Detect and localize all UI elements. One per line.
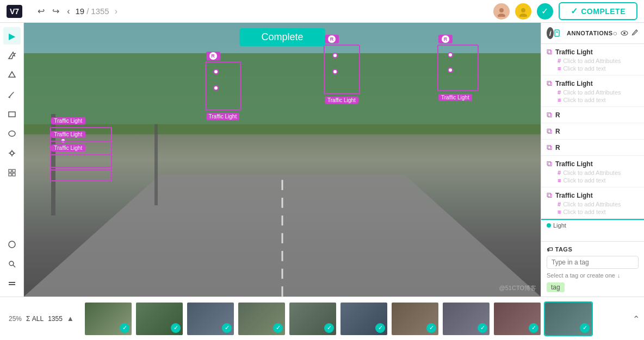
annotations-icon bbox=[554, 28, 564, 38]
ann-icon-r3: ⧉ bbox=[547, 143, 552, 152]
light-dot bbox=[547, 223, 551, 228]
point-tool-button[interactable] bbox=[3, 144, 21, 162]
ann-attrs-3[interactable]: # Click to add Attributes bbox=[547, 169, 639, 176]
ann-text-1[interactable]: ≡ Click to add text bbox=[547, 65, 639, 72]
hash-icon-3: # bbox=[558, 169, 561, 176]
thumbnail-2[interactable]: ✓ bbox=[135, 301, 184, 336]
ann-label-text-1: Traffic Light bbox=[54, 118, 83, 124]
filter-all-button[interactable]: Σ ALL bbox=[26, 315, 44, 323]
ann-add-text-1: Click to add text bbox=[563, 65, 605, 72]
thumbnail-5[interactable]: ✓ bbox=[288, 301, 337, 336]
annotation-item-2[interactable]: ⧉ Traffic Light # Click to add Attribute… bbox=[541, 75, 644, 107]
polygon-tool-button[interactable] bbox=[3, 66, 21, 84]
svg-rect-4 bbox=[9, 112, 15, 117]
thumbnail-3[interactable]: ✓ bbox=[186, 301, 235, 336]
ann-label-text-1b: Traffic Light bbox=[54, 131, 83, 137]
layers-button[interactable] bbox=[3, 275, 21, 292]
tag-icon: 🏷 bbox=[547, 246, 553, 253]
expand-button[interactable]: ▲ bbox=[67, 314, 74, 323]
annotations-header: ANNOTATIONS bbox=[554, 28, 613, 38]
text-icon-4: ≡ bbox=[558, 209, 561, 215]
thumbnails-strip: ✓ ✓ ✓ ✓ ✓ ✓ ✓ ✓ bbox=[82, 301, 640, 336]
light-separator: Light bbox=[541, 219, 644, 231]
ann-icon-r2: ⧉ bbox=[547, 127, 552, 136]
thumb-check-5: ✓ bbox=[324, 323, 334, 333]
eye-button[interactable] bbox=[621, 29, 628, 37]
complete-label: COMPLETE bbox=[581, 7, 626, 16]
ann-name-2: Traffic Light bbox=[555, 80, 593, 87]
thumbnail-10[interactable]: ✓ bbox=[544, 301, 593, 336]
brush-tool-button[interactable] bbox=[3, 86, 21, 103]
canvas-area[interactable]: Complete Traffic Light Traffic Light Tra… bbox=[24, 23, 541, 297]
ann-text-4[interactable]: ≡ Click to add text bbox=[547, 209, 639, 215]
edit-button[interactable] bbox=[631, 29, 639, 37]
redo-button[interactable]: ↪ bbox=[50, 5, 61, 17]
annotation-item-3[interactable]: ⧉ Traffic Light # Click to add Attribute… bbox=[541, 156, 644, 187]
top-bar-right: ✓ ✓ COMPLETE bbox=[493, 2, 637, 20]
filter-label: ALL bbox=[32, 315, 44, 323]
tag-input[interactable] bbox=[547, 256, 639, 269]
annotation-item-4[interactable]: ⧉ Traffic Light # Click to add Attribute… bbox=[541, 187, 644, 219]
magic-tool-button[interactable] bbox=[3, 47, 21, 64]
next-image-button[interactable]: › bbox=[113, 5, 120, 17]
scroll-up-button[interactable]: ⌃ bbox=[633, 313, 640, 324]
thumbnail-9[interactable]: ✓ bbox=[493, 301, 542, 336]
svg-rect-19 bbox=[9, 284, 15, 285]
thumbnail-6[interactable]: ✓ bbox=[339, 301, 388, 336]
annotation-box-1c[interactable]: Traffic Light bbox=[50, 154, 112, 181]
ann-add-text-4: Click to add text bbox=[563, 209, 605, 215]
user-avatar-2 bbox=[515, 3, 531, 20]
annotation-item-r1[interactable]: ⧉ R bbox=[541, 107, 644, 123]
right-panel: i ANNOTATIONS ○ ⧉ Traff bbox=[541, 23, 644, 297]
annotation-box-2[interactable]: R Traffic Light bbox=[205, 61, 242, 111]
hint-arrow-icon: ↓ bbox=[617, 272, 621, 279]
image-counter: 19 / 1355 bbox=[75, 7, 109, 16]
ann-item-header-r3: ⧉ R bbox=[547, 143, 639, 152]
svg-rect-12 bbox=[13, 169, 15, 172]
thumbnail-1[interactable]: ✓ bbox=[84, 301, 133, 336]
counter-total: 1355 bbox=[91, 7, 109, 16]
ann-attrs-4[interactable]: # Click to add Attributes bbox=[547, 201, 639, 207]
thumbnail-4[interactable]: ✓ bbox=[237, 301, 286, 336]
text-icon-3: ≡ bbox=[558, 177, 561, 184]
annotation-item-1[interactable]: ⧉ Traffic Light # Click to add Attribute… bbox=[541, 44, 644, 75]
annotation-item-r2[interactable]: ⧉ R bbox=[541, 123, 644, 140]
tags-section: 🏷 TAGS Select a tag or create one ↓ tag bbox=[541, 241, 644, 297]
info-icon[interactable]: i bbox=[547, 27, 554, 39]
wand-tool-button[interactable] bbox=[3, 236, 21, 253]
tags-title: 🏷 TAGS bbox=[547, 246, 639, 253]
toggle-visibility-button[interactable]: ○ bbox=[613, 29, 617, 37]
ellipse-tool-button[interactable] bbox=[3, 125, 21, 142]
prev-image-button[interactable]: ‹ bbox=[65, 5, 72, 17]
top-bar-left: V7 ↩ ↪ ‹ 19 / 1355 › bbox=[7, 5, 120, 18]
ann-attrs-1[interactable]: # Click to add Attributes bbox=[547, 58, 639, 64]
ann-text-2[interactable]: ≡ Click to add text bbox=[547, 97, 639, 103]
stack-tool-button[interactable] bbox=[3, 164, 21, 181]
annotation-item-r3[interactable]: ⧉ R bbox=[541, 140, 644, 156]
ann-name-4: Traffic Light bbox=[555, 192, 593, 199]
rect-tool-button[interactable] bbox=[3, 105, 21, 123]
left-toolbar: ▶ bbox=[0, 23, 24, 297]
tag-badge[interactable]: tag bbox=[547, 282, 565, 292]
annotation-box-4[interactable]: R Traffic Light bbox=[437, 45, 479, 91]
search-button[interactable] bbox=[3, 255, 21, 273]
ann-name-r3: R bbox=[555, 144, 560, 152]
undo-button[interactable]: ↩ bbox=[35, 5, 47, 17]
ann-attrs-2[interactable]: # Click to add Attributes bbox=[547, 89, 639, 96]
thumbnail-7[interactable]: ✓ bbox=[391, 301, 439, 336]
logo: V7 bbox=[7, 5, 22, 18]
hash-icon-2: # bbox=[558, 89, 561, 96]
thumb-check-1: ✓ bbox=[120, 323, 129, 333]
annotation-box-3[interactable]: R Traffic Light bbox=[324, 45, 360, 94]
complete-button[interactable]: ✓ COMPLETE bbox=[559, 2, 637, 20]
select-tool-button[interactable]: ▶ bbox=[3, 27, 21, 45]
ann-item-header-2: ⧉ Traffic Light bbox=[547, 79, 639, 88]
ann-label-text-1c: Traffic Light bbox=[54, 145, 83, 151]
ann-text-3[interactable]: ≡ Click to add text bbox=[547, 177, 639, 184]
ann-icon-2: ⧉ bbox=[547, 79, 552, 88]
ann-sublabel-2: Traffic Light bbox=[206, 113, 240, 120]
thumb-check-3: ✓ bbox=[222, 323, 232, 333]
thumbnail-8[interactable]: ✓ bbox=[442, 301, 491, 336]
user-avatar-1 bbox=[493, 3, 510, 20]
ann-item-header-r1: ⧉ R bbox=[547, 110, 639, 119]
